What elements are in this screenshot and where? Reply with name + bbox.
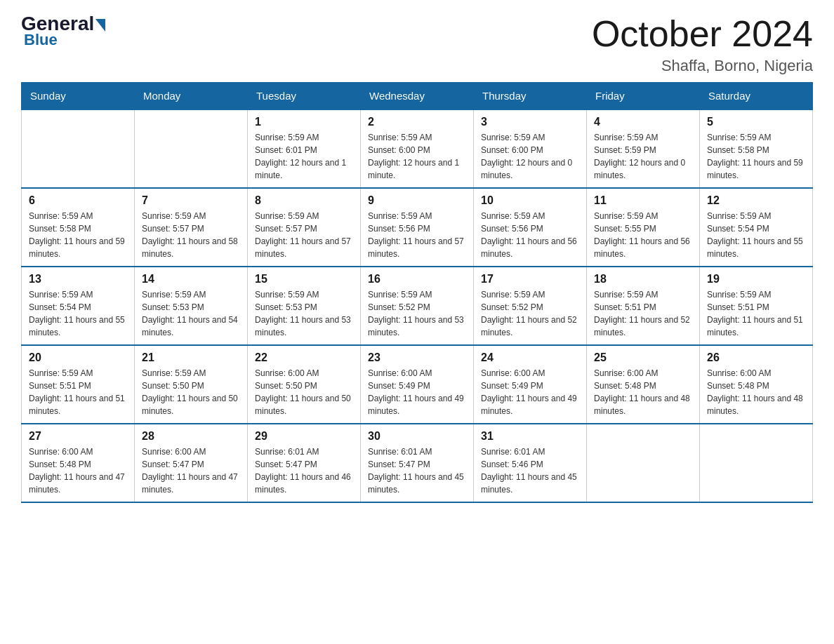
day-number: 17 [481,273,579,286]
calendar-cell: 4Sunrise: 5:59 AMSunset: 5:59 PMDaylight… [587,109,700,188]
day-number: 14 [142,273,240,286]
calendar-cell: 16Sunrise: 5:59 AMSunset: 5:52 PMDayligh… [361,267,474,345]
header-monday: Monday [135,83,248,110]
day-info: Sunrise: 5:59 AMSunset: 5:52 PMDaylight:… [481,288,579,339]
day-info: Sunrise: 6:00 AMSunset: 5:49 PMDaylight:… [481,367,579,417]
day-info: Sunrise: 5:59 AMSunset: 5:51 PMDaylight:… [29,367,127,417]
day-info: Sunrise: 5:59 AMSunset: 5:52 PMDaylight:… [368,288,466,339]
day-number: 22 [255,351,353,364]
calendar-cell: 13Sunrise: 5:59 AMSunset: 5:54 PMDayligh… [22,267,135,345]
calendar-cell: 9Sunrise: 5:59 AMSunset: 5:56 PMDaylight… [361,188,474,267]
calendar-cell [587,424,700,502]
logo: General Blue [21,14,105,49]
calendar-cell: 19Sunrise: 5:59 AMSunset: 5:51 PMDayligh… [700,267,813,345]
header-tuesday: Tuesday [248,83,361,110]
day-info: Sunrise: 6:00 AMSunset: 5:49 PMDaylight:… [368,367,466,417]
day-number: 18 [594,273,692,286]
calendar-cell [700,424,813,502]
location-title: Shaffa, Borno, Nigeria [592,57,813,75]
calendar-week-1: 1Sunrise: 5:59 AMSunset: 6:01 PMDaylight… [22,109,813,188]
day-info: Sunrise: 5:59 AMSunset: 5:57 PMDaylight:… [255,210,353,260]
day-info: Sunrise: 5:59 AMSunset: 5:51 PMDaylight:… [594,288,692,339]
day-info: Sunrise: 5:59 AMSunset: 5:56 PMDaylight:… [481,210,579,260]
day-number: 12 [707,194,805,207]
day-info: Sunrise: 6:01 AMSunset: 5:46 PMDaylight:… [481,445,579,496]
calendar-cell [22,109,135,188]
calendar-header-row: Sunday Monday Tuesday Wednesday Thursday… [22,83,813,110]
day-number: 23 [368,351,466,364]
day-number: 29 [255,430,353,443]
day-number: 20 [29,351,127,364]
day-number: 27 [29,430,127,443]
calendar-cell: 23Sunrise: 6:00 AMSunset: 5:49 PMDayligh… [361,345,474,424]
day-number: 31 [481,430,579,443]
page-header: General Blue October 2024 Shaffa, Borno,… [21,14,813,75]
calendar-cell: 11Sunrise: 5:59 AMSunset: 5:55 PMDayligh… [587,188,700,267]
header-sunday: Sunday [22,83,135,110]
calendar-cell: 8Sunrise: 5:59 AMSunset: 5:57 PMDaylight… [248,188,361,267]
logo-blue-text: Blue [21,31,58,49]
day-number: 26 [707,351,805,364]
calendar-cell: 10Sunrise: 5:59 AMSunset: 5:56 PMDayligh… [474,188,587,267]
day-number: 16 [368,273,466,286]
header-friday: Friday [587,83,700,110]
day-number: 2 [368,116,466,128]
day-number: 13 [29,273,127,286]
day-info: Sunrise: 5:59 AMSunset: 5:51 PMDaylight:… [707,288,805,339]
title-block: October 2024 Shaffa, Borno, Nigeria [592,14,813,75]
day-info: Sunrise: 6:00 AMSunset: 5:48 PMDaylight:… [29,445,127,496]
calendar-week-5: 27Sunrise: 6:00 AMSunset: 5:48 PMDayligh… [22,424,813,502]
calendar-week-4: 20Sunrise: 5:59 AMSunset: 5:51 PMDayligh… [22,345,813,424]
day-info: Sunrise: 5:59 AMSunset: 5:56 PMDaylight:… [368,210,466,260]
day-number: 11 [594,194,692,207]
calendar-cell: 15Sunrise: 5:59 AMSunset: 5:53 PMDayligh… [248,267,361,345]
calendar-cell: 26Sunrise: 6:00 AMSunset: 5:48 PMDayligh… [700,345,813,424]
calendar-cell: 1Sunrise: 5:59 AMSunset: 6:01 PMDaylight… [248,109,361,188]
calendar-cell: 30Sunrise: 6:01 AMSunset: 5:47 PMDayligh… [361,424,474,502]
header-thursday: Thursday [474,83,587,110]
calendar-cell: 25Sunrise: 6:00 AMSunset: 5:48 PMDayligh… [587,345,700,424]
calendar-cell: 3Sunrise: 5:59 AMSunset: 6:00 PMDaylight… [474,109,587,188]
calendar-table: Sunday Monday Tuesday Wednesday Thursday… [21,82,813,503]
day-number: 10 [481,194,579,207]
header-wednesday: Wednesday [361,83,474,110]
calendar-cell: 17Sunrise: 5:59 AMSunset: 5:52 PMDayligh… [474,267,587,345]
day-info: Sunrise: 5:59 AMSunset: 5:53 PMDaylight:… [255,288,353,339]
calendar-week-2: 6Sunrise: 5:59 AMSunset: 5:58 PMDaylight… [22,188,813,267]
day-number: 19 [707,273,805,286]
calendar-cell: 18Sunrise: 5:59 AMSunset: 5:51 PMDayligh… [587,267,700,345]
calendar-cell: 5Sunrise: 5:59 AMSunset: 5:58 PMDaylight… [700,109,813,188]
day-info: Sunrise: 6:00 AMSunset: 5:50 PMDaylight:… [255,367,353,417]
calendar-cell: 29Sunrise: 6:01 AMSunset: 5:47 PMDayligh… [248,424,361,502]
day-number: 24 [481,351,579,364]
day-number: 6 [29,194,127,207]
day-info: Sunrise: 5:59 AMSunset: 5:58 PMDaylight:… [29,210,127,260]
day-number: 25 [594,351,692,364]
day-number: 3 [481,116,579,128]
calendar-cell: 12Sunrise: 5:59 AMSunset: 5:54 PMDayligh… [700,188,813,267]
day-info: Sunrise: 5:59 AMSunset: 5:55 PMDaylight:… [594,210,692,260]
calendar-cell: 21Sunrise: 5:59 AMSunset: 5:50 PMDayligh… [135,345,248,424]
month-title: October 2024 [592,14,813,54]
day-number: 1 [255,116,353,128]
day-info: Sunrise: 5:59 AMSunset: 5:54 PMDaylight:… [29,288,127,339]
day-number: 9 [368,194,466,207]
day-number: 4 [594,116,692,128]
day-info: Sunrise: 6:00 AMSunset: 5:48 PMDaylight:… [594,367,692,417]
calendar-cell: 7Sunrise: 5:59 AMSunset: 5:57 PMDaylight… [135,188,248,267]
day-number: 21 [142,351,240,364]
calendar-cell: 6Sunrise: 5:59 AMSunset: 5:58 PMDaylight… [22,188,135,267]
day-number: 8 [255,194,353,207]
day-number: 30 [368,430,466,443]
calendar-cell [135,109,248,188]
day-info: Sunrise: 6:00 AMSunset: 5:48 PMDaylight:… [707,367,805,417]
day-info: Sunrise: 5:59 AMSunset: 5:57 PMDaylight:… [142,210,240,260]
day-info: Sunrise: 5:59 AMSunset: 5:59 PMDaylight:… [594,131,692,182]
day-info: Sunrise: 5:59 AMSunset: 5:58 PMDaylight:… [707,131,805,182]
day-info: Sunrise: 5:59 AMSunset: 6:01 PMDaylight:… [255,131,353,182]
calendar-cell: 31Sunrise: 6:01 AMSunset: 5:46 PMDayligh… [474,424,587,502]
calendar-cell: 28Sunrise: 6:00 AMSunset: 5:47 PMDayligh… [135,424,248,502]
day-info: Sunrise: 6:01 AMSunset: 5:47 PMDaylight:… [255,445,353,496]
day-info: Sunrise: 6:01 AMSunset: 5:47 PMDaylight:… [368,445,466,496]
day-info: Sunrise: 5:59 AMSunset: 5:54 PMDaylight:… [707,210,805,260]
